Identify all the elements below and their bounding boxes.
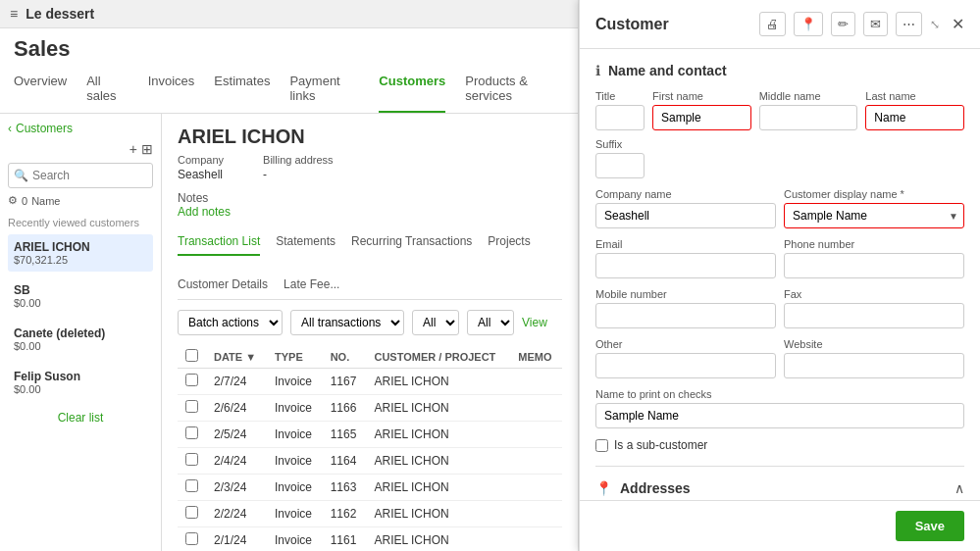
first-name-input[interactable] <box>652 105 751 130</box>
clear-list-btn[interactable]: Clear list <box>8 411 153 425</box>
tab-all-sales[interactable]: All sales <box>86 66 128 113</box>
display-name-group: Customer display name * Sample Name ARIE… <box>784 188 964 228</box>
tab-customers[interactable]: Customers <box>379 66 445 113</box>
website-input[interactable] <box>784 353 964 378</box>
middle-name-input[interactable] <box>759 105 858 130</box>
table-row[interactable]: 2/1/24 Invoice 1161 ARIEL ICHON <box>178 527 562 552</box>
table-row[interactable]: 2/5/24 Invoice 1165 ARIEL ICHON <box>178 422 562 448</box>
view-link[interactable]: View <box>522 316 547 329</box>
print-icon-btn[interactable]: 🖨 <box>759 12 786 36</box>
email-icon-btn[interactable]: ✉ <box>863 12 888 36</box>
tab-transaction-list[interactable]: Transaction List <box>178 228 260 256</box>
row-checkbox[interactable] <box>185 426 198 439</box>
table-row[interactable]: 2/4/24 Invoice 1164 ARIEL ICHON <box>178 448 562 475</box>
customer-name: SB <box>14 283 147 297</box>
tab-statements[interactable]: Statements <box>276 228 335 256</box>
row-checkbox[interactable] <box>185 374 198 386</box>
col-no: NO. <box>323 345 367 369</box>
print-checks-input[interactable] <box>595 403 964 428</box>
table-row[interactable]: 2/7/24 Invoice 1167 ARIEL ICHON <box>178 369 562 395</box>
date-select[interactable]: All <box>467 310 514 335</box>
customer-item-canete[interactable]: Canete (deleted) $0.00 <box>8 321 153 358</box>
location-icon-btn[interactable]: 📍 <box>794 12 823 36</box>
mobile-input[interactable] <box>595 303 776 328</box>
add-customer-btn[interactable]: + <box>129 141 137 157</box>
row-checkbox[interactable] <box>185 400 198 413</box>
last-name-input[interactable] <box>865 105 964 130</box>
row-checkbox[interactable] <box>185 506 198 519</box>
row-no: 1161 <box>323 527 367 552</box>
sub-customer-checkbox[interactable] <box>595 439 608 452</box>
table-row[interactable]: 2/3/24 Invoice 1163 ARIEL ICHON <box>178 475 562 501</box>
resize-icon: ⤡ <box>930 18 940 31</box>
menu-icon[interactable]: ≡ <box>10 6 18 22</box>
nav-tabs: Overview All sales Invoices Estimates Pa… <box>0 66 578 114</box>
company-name-group: Company name <box>595 188 776 228</box>
all-transactions-select[interactable]: All transactions <box>290 310 404 335</box>
company-name-input[interactable] <box>595 203 776 228</box>
suffix-input[interactable] <box>595 153 645 178</box>
save-button[interactable]: Save <box>896 511 964 541</box>
batch-actions-select[interactable]: Batch actions <box>178 310 283 335</box>
last-name-label: Last name <box>865 90 964 102</box>
customer-name: ARIEL ICHON <box>14 240 147 254</box>
add-notes-btn[interactable]: Add notes <box>178 205 562 219</box>
tab-recurring[interactable]: Recurring Transactions <box>351 228 472 256</box>
sub-customer-label[interactable]: Is a sub-customer <box>614 438 707 452</box>
row-customer: ARIEL ICHON <box>366 501 510 527</box>
tab-projects[interactable]: Projects <box>488 228 530 256</box>
row-type: Invoice <box>267 422 323 448</box>
select-all-checkbox[interactable] <box>185 349 198 362</box>
tab-payment-links[interactable]: Payment links <box>289 66 359 113</box>
filter-row: Batch actions All transactions All All V… <box>178 310 562 335</box>
phone-group: Phone number <box>784 238 964 278</box>
other-group: Other <box>595 338 776 378</box>
tab-invoices[interactable]: Invoices <box>148 66 195 113</box>
row-checkbox[interactable] <box>185 532 198 545</box>
sort-row[interactable]: ⚙ 0 Name <box>8 194 153 207</box>
search-input[interactable] <box>8 163 153 188</box>
tab-customer-details[interactable]: Customer Details <box>178 272 268 299</box>
row-checkbox[interactable] <box>185 453 198 466</box>
email-input[interactable] <box>595 253 776 278</box>
customer-item-felip[interactable]: Felip Suson $0.00 <box>8 364 153 401</box>
billing-label: Billing address <box>263 154 334 166</box>
more-icon-btn[interactable]: ⋯ <box>896 12 922 36</box>
table-row[interactable]: 2/6/24 Invoice 1166 ARIEL ICHON <box>178 395 562 422</box>
website-label: Website <box>784 338 964 350</box>
main-content: ARIEL ICHON Company Seashell Billing add… <box>162 114 578 551</box>
fax-input[interactable] <box>784 303 964 328</box>
sub-customer-row: Is a sub-customer <box>595 438 964 452</box>
company-display-row: Company name Customer display name * Sam… <box>595 188 964 228</box>
notes-section: Notes Add notes <box>178 191 562 219</box>
back-to-customers[interactable]: ‹ Customers <box>8 122 153 135</box>
table-row[interactable]: 2/2/24 Invoice 1162 ARIEL ICHON <box>178 501 562 527</box>
tab-products[interactable]: Products & services <box>465 66 564 113</box>
other-input[interactable] <box>595 353 776 378</box>
tab-overview[interactable]: Overview <box>14 66 67 113</box>
close-modal-btn[interactable]: ✕ <box>952 15 964 33</box>
title-input[interactable] <box>595 105 645 130</box>
status-select[interactable]: All <box>412 310 459 335</box>
phone-input[interactable] <box>784 253 964 278</box>
row-no: 1165 <box>323 422 367 448</box>
row-no: 1164 <box>323 448 367 475</box>
row-type: Invoice <box>267 501 323 527</box>
name-contact-title: Name and contact <box>608 63 727 78</box>
meta-company: Company Seashell <box>178 154 224 181</box>
customer-item-sb[interactable]: SB $0.00 <box>8 277 153 315</box>
row-checkbox[interactable] <box>185 479 198 492</box>
display-name-select[interactable]: Sample Name ARIEL ICHON Seashell <box>784 203 964 228</box>
edit-icon-btn[interactable]: ✏ <box>831 12 855 36</box>
customer-item-ariel[interactable]: ARIEL ICHON $70,321.25 <box>8 234 153 272</box>
row-customer: ARIEL ICHON <box>366 395 510 422</box>
meta-billing: Billing address - <box>263 154 334 181</box>
collapse-icon[interactable]: ∧ <box>954 480 964 496</box>
list-view-btn[interactable]: ⊞ <box>141 141 153 157</box>
modal-header: Customer 🖨 📍 ✏ ✉ ⋯ ⤡ ✕ <box>580 0 980 49</box>
tab-late-fee[interactable]: Late Fee... <box>284 272 339 299</box>
tab-estimates[interactable]: Estimates <box>214 66 270 113</box>
sales-title: Sales <box>14 36 564 62</box>
row-date: 2/5/24 <box>206 422 267 448</box>
customer-amount: $0.00 <box>14 383 147 395</box>
